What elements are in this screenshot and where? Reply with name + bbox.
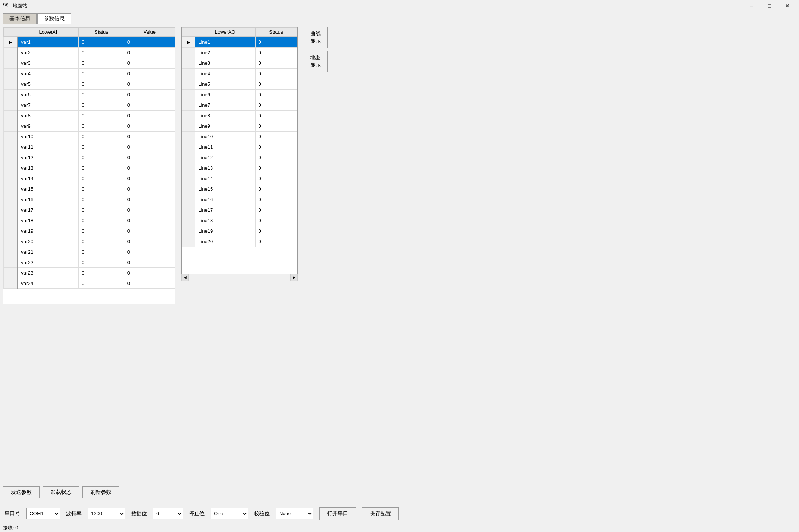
table-row[interactable]: Line18 0 xyxy=(182,215,297,226)
table-row[interactable]: Line20 0 xyxy=(182,236,297,247)
save-config-button[interactable]: 保存配置 xyxy=(362,507,399,520)
row-selector xyxy=(182,90,195,100)
row-name: Line13 xyxy=(195,163,255,173)
row-name: Line6 xyxy=(195,90,255,100)
table-row[interactable]: var6 0 0 xyxy=(4,90,175,100)
row-name: var15 xyxy=(18,184,78,194)
tab-basic[interactable]: 基本信息 xyxy=(3,13,37,24)
row-selector xyxy=(182,205,195,215)
table-row[interactable]: var22 0 0 xyxy=(4,257,175,268)
curve-display-button[interactable]: 曲线显示 xyxy=(304,27,328,48)
row-status: 0 xyxy=(255,236,297,247)
row-name: Line1 xyxy=(195,37,255,48)
row-status: 0 xyxy=(79,132,124,142)
right-th-selector xyxy=(182,28,195,37)
table-row[interactable]: var15 0 0 xyxy=(4,184,175,194)
table-row[interactable]: var20 0 0 xyxy=(4,236,175,247)
table-row[interactable]: var13 0 0 xyxy=(4,163,175,173)
row-selector: ▶ xyxy=(182,37,195,48)
table-row[interactable]: Line10 0 xyxy=(182,132,297,142)
row-name: var2 xyxy=(18,48,78,58)
right-table-scroll[interactable]: ▶ Line1 0 Line2 0 Line3 0 Line4 0 Line5 … xyxy=(182,37,297,262)
table-row[interactable]: var9 0 0 xyxy=(4,121,175,132)
table-row[interactable]: ▶ var1 0 0 xyxy=(4,37,175,48)
stopbits-select[interactable]: One Two OnePointFive xyxy=(211,508,248,519)
table-row[interactable]: var10 0 0 xyxy=(4,132,175,142)
row-name: Line16 xyxy=(195,194,255,205)
right-table: LowerAO Status xyxy=(182,27,297,37)
table-row[interactable]: Line19 0 xyxy=(182,226,297,236)
table-row[interactable]: var5 0 0 xyxy=(4,79,175,90)
table-row[interactable]: var18 0 0 xyxy=(4,215,175,226)
maximize-button[interactable]: □ xyxy=(761,0,778,12)
minimize-button[interactable]: ─ xyxy=(743,0,760,12)
table-row[interactable]: var21 0 0 xyxy=(4,247,175,257)
scroll-right-arrow[interactable]: ▶ xyxy=(290,274,297,281)
table-row[interactable]: var8 0 0 xyxy=(4,111,175,121)
row-name: var22 xyxy=(18,257,78,268)
row-selector xyxy=(182,100,195,111)
row-value: 0 xyxy=(124,152,175,163)
left-table-scroll[interactable]: ▶ var1 0 0 var2 0 0 var3 0 0 var4 0 0 va… xyxy=(3,37,175,304)
row-name: var10 xyxy=(18,132,78,142)
refresh-params-button[interactable]: 刷新参数 xyxy=(82,486,119,498)
table-row[interactable]: Line3 0 xyxy=(182,58,297,69)
table-row[interactable]: var19 0 0 xyxy=(4,226,175,236)
row-status: 0 xyxy=(255,48,297,58)
row-name: Line7 xyxy=(195,100,255,111)
tab-params[interactable]: 参数信息 xyxy=(37,13,71,24)
row-selector xyxy=(182,79,195,90)
table-row[interactable]: var3 0 0 xyxy=(4,58,175,69)
table-row[interactable]: Line15 0 xyxy=(182,184,297,194)
table-row[interactable]: Line17 0 xyxy=(182,205,297,215)
table-row[interactable]: var11 0 0 xyxy=(4,142,175,152)
table-row[interactable]: var17 0 0 xyxy=(4,205,175,215)
row-name: Line8 xyxy=(195,111,255,121)
port-select[interactable]: COM1 COM2 COM3 COM4 xyxy=(26,508,60,519)
databits-select[interactable]: 5 6 7 8 xyxy=(153,508,183,519)
horiz-scrollbar[interactable]: ◀ ▶ xyxy=(181,274,298,281)
scroll-left-arrow[interactable]: ◀ xyxy=(182,274,189,281)
table-row[interactable]: var12 0 0 xyxy=(4,152,175,163)
table-row[interactable]: var14 0 0 xyxy=(4,173,175,184)
table-row[interactable]: ▶ Line1 0 xyxy=(182,37,297,48)
row-selector xyxy=(182,132,195,142)
table-row[interactable]: Line16 0 xyxy=(182,194,297,205)
map-display-button[interactable]: 地图显示 xyxy=(304,51,328,72)
table-row[interactable]: Line13 0 xyxy=(182,163,297,173)
table-row[interactable]: var24 0 0 xyxy=(4,278,175,289)
table-row[interactable]: Line12 0 xyxy=(182,152,297,163)
table-row[interactable]: var16 0 0 xyxy=(4,194,175,205)
table-row[interactable]: Line7 0 xyxy=(182,100,297,111)
open-port-button[interactable]: 打开串口 xyxy=(319,507,356,520)
row-status: 0 xyxy=(79,205,124,215)
parity-select[interactable]: None Odd Even Mark Space xyxy=(276,508,313,519)
table-row[interactable]: Line5 0 xyxy=(182,79,297,90)
right-th-lowerao: LowerAO xyxy=(195,28,255,37)
row-selector xyxy=(182,184,195,194)
table-row[interactable]: var4 0 0 xyxy=(4,69,175,79)
table-row[interactable]: Line2 0 xyxy=(182,48,297,58)
left-th-selector xyxy=(4,28,18,37)
row-name: Line4 xyxy=(195,69,255,79)
table-row[interactable]: var23 0 0 xyxy=(4,268,175,278)
row-selector xyxy=(4,111,18,121)
table-row[interactable]: Line14 0 xyxy=(182,173,297,184)
baud-select[interactable]: 1200 2400 4800 9600 19200 38400 57600 11… xyxy=(88,508,125,519)
row-selector xyxy=(182,194,195,205)
close-button[interactable]: ✕ xyxy=(779,0,796,12)
table-row[interactable]: Line8 0 xyxy=(182,111,297,121)
table-row[interactable]: Line9 0 xyxy=(182,121,297,132)
row-name: Line3 xyxy=(195,58,255,69)
table-row[interactable]: Line6 0 xyxy=(182,90,297,100)
row-status: 0 xyxy=(255,226,297,236)
row-name: var18 xyxy=(18,215,78,226)
table-row[interactable]: var2 0 0 xyxy=(4,48,175,58)
table-row[interactable]: Line11 0 xyxy=(182,142,297,152)
table-row[interactable]: var7 0 0 xyxy=(4,100,175,111)
row-status: 0 xyxy=(255,100,297,111)
load-status-button[interactable]: 加载状态 xyxy=(43,486,79,498)
send-params-button[interactable]: 发送参数 xyxy=(3,486,40,498)
row-status: 0 xyxy=(79,268,124,278)
table-row[interactable]: Line4 0 xyxy=(182,69,297,79)
